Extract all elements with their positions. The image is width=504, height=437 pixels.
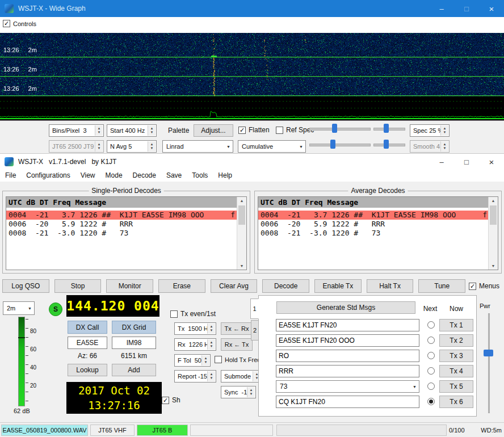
spinner-arrows-icon[interactable] xyxy=(247,387,255,397)
maximize-button[interactable]: □ xyxy=(454,154,479,170)
monitor-button[interactable]: Monitor xyxy=(106,279,153,293)
messages-tab-1[interactable]: 1 xyxy=(250,299,259,319)
spinner-arrows-icon[interactable] xyxy=(95,141,103,152)
minimize-button[interactable]: – xyxy=(429,154,454,170)
f-tol-spinner[interactable]: F Tol 50 xyxy=(174,354,211,367)
sync-spinner[interactable]: Sync -1 xyxy=(221,386,256,398)
sh-checkbox[interactable]: Sh xyxy=(162,396,180,404)
messages-tab-2[interactable]: 2 xyxy=(251,320,259,341)
tune-button[interactable]: Tune xyxy=(418,279,465,293)
bins-per-pixel-spinner[interactable]: Bins/Pixel 3 xyxy=(49,124,104,137)
tx-message-field-3[interactable] xyxy=(276,350,419,362)
tx-from-rx-button[interactable]: Tx ← Rx xyxy=(221,322,253,335)
tx4-select-radio[interactable] xyxy=(427,367,435,375)
dx-grid-field[interactable]: IM98 xyxy=(112,337,156,349)
decode-row[interactable]: 0004 -21 3.7 1226 ## K1JT EA5SE IM98 OOO… xyxy=(258,211,489,220)
stop-button[interactable]: Stop xyxy=(54,279,102,293)
spinner-arrows-icon[interactable] xyxy=(207,323,215,334)
tx5-select-radio[interactable] xyxy=(427,383,435,390)
decode-row[interactable]: 0008 -21 -3.0 1220 # 73 xyxy=(258,229,489,238)
scrollbar[interactable]: ▲ ▼ xyxy=(488,197,498,270)
tx-even-checkbox[interactable]: Tx even/1st xyxy=(170,310,216,318)
n-avg-spinner[interactable]: N Avg 5 xyxy=(107,140,157,153)
start-freq-spinner[interactable]: Start 400 Hz xyxy=(107,124,157,137)
halt-tx-button[interactable]: Halt Tx xyxy=(367,279,414,293)
scroll-up-icon[interactable]: ▲ xyxy=(237,199,246,203)
rx-from-tx-button[interactable]: Rx ← Tx xyxy=(221,338,253,351)
waterfall[interactable] xyxy=(0,33,504,120)
log-qso-button[interactable]: Log QSO xyxy=(2,279,49,293)
spinner-arrows-icon[interactable] xyxy=(440,125,448,136)
jt65-jt9-spinner[interactable]: JT65 2500 JT9 xyxy=(49,140,104,153)
decode-row[interactable]: 0004 -21 3.7 1226 ## K1JT EA5SE IM98 OOO… xyxy=(6,211,237,220)
ref-spec-checkbox[interactable]: Ref Spec xyxy=(276,126,314,134)
tx2-select-radio[interactable] xyxy=(427,337,435,344)
menu-configurations[interactable]: Configurations xyxy=(21,170,75,181)
menu-save[interactable]: Save xyxy=(161,170,187,181)
tx6-select-radio[interactable] xyxy=(427,398,435,405)
menus-checkbox[interactable]: Menus xyxy=(469,282,499,290)
enable-tx-button[interactable]: Enable Tx xyxy=(314,279,362,293)
slider-handle[interactable] xyxy=(484,350,493,356)
slider-handle[interactable] xyxy=(384,140,389,149)
erase-button[interactable]: Erase xyxy=(158,279,205,293)
tx-message-field-5[interactable]: 73▼ xyxy=(276,380,419,393)
report-spinner[interactable]: Report -15 xyxy=(174,370,216,383)
spectrum-zero-slider[interactable] xyxy=(373,139,405,149)
close-icon[interactable]: × xyxy=(479,0,504,17)
slider-handle[interactable] xyxy=(330,140,335,149)
tx6-button[interactable]: Tx 6 xyxy=(439,396,473,408)
spinner-arrows-icon[interactable] xyxy=(207,339,215,350)
tx-message-field-1[interactable] xyxy=(276,319,419,331)
minimize-button[interactable]: – xyxy=(429,0,454,17)
frequency-scale[interactable]: Controls 600 800 1000 1200 1400 1600 180… xyxy=(0,17,504,33)
dx-grid-button[interactable]: DX Grid xyxy=(112,321,156,334)
lookup-button[interactable]: Lookup xyxy=(68,364,107,376)
clear-avg-button[interactable]: Clear Avg xyxy=(211,279,258,293)
add-button[interactable]: Add xyxy=(112,364,156,376)
menu-decode[interactable]: Decode xyxy=(128,170,161,181)
menu-view[interactable]: View xyxy=(75,170,100,181)
spinner-arrows-icon[interactable] xyxy=(148,141,156,152)
smooth-spinner[interactable]: Smooth 4 xyxy=(410,140,450,153)
controls-checkbox[interactable]: Controls xyxy=(3,20,36,27)
menu-help[interactable]: Help xyxy=(213,170,237,181)
decode-row[interactable]: 0008 -21 -3.0 1220 # 73 xyxy=(6,229,237,238)
tx-message-field-2[interactable] xyxy=(276,334,419,347)
waterfall-gain-slider[interactable] xyxy=(309,123,371,133)
decode-row[interactable]: 0006 -20 5.9 1222 # RRR xyxy=(6,220,237,229)
menu-tools[interactable]: Tools xyxy=(187,170,213,181)
scroll-up-icon[interactable]: ▲ xyxy=(489,199,498,203)
scroll-down-icon[interactable]: ▼ xyxy=(489,264,498,268)
scroll-thumb[interactable] xyxy=(238,205,245,225)
tx1-select-radio[interactable] xyxy=(427,321,435,329)
tx1-button[interactable]: Tx 1 xyxy=(439,319,473,331)
scroll-down-icon[interactable]: ▼ xyxy=(237,264,246,268)
menu-mode[interactable]: Mode xyxy=(100,170,128,181)
tx-message-field-4[interactable] xyxy=(276,365,419,377)
pwr-slider[interactable] xyxy=(485,313,493,413)
tx3-button[interactable]: Tx 3 xyxy=(439,350,473,362)
scroll-thumb[interactable] xyxy=(490,205,497,225)
scrollbar[interactable]: ▲ ▼ xyxy=(237,197,246,270)
spec-percent-spinner[interactable]: Spec 25 % xyxy=(410,124,450,137)
spinner-arrows-icon[interactable] xyxy=(440,141,448,152)
dx-call-field[interactable]: EA5SE xyxy=(68,337,107,349)
flatten-checkbox[interactable]: Flatten xyxy=(238,126,270,134)
decode-row[interactable]: 0006 -20 5.9 1222 # RRR xyxy=(258,220,489,229)
palette-combo[interactable]: Linrad▼ xyxy=(162,140,233,153)
maximize-button[interactable]: □ xyxy=(454,0,479,17)
spectrum-mode-combo[interactable]: Cumulative▼ xyxy=(238,140,306,153)
tx5-button[interactable]: Tx 5 xyxy=(439,380,473,393)
spinner-arrows-icon[interactable] xyxy=(201,355,209,365)
tx-message-field-6[interactable] xyxy=(276,396,419,408)
hold-tx-freq-checkbox[interactable]: Hold Tx Freq xyxy=(215,356,261,363)
spinner-arrows-icon[interactable] xyxy=(207,371,215,381)
tx-freq-spinner[interactable]: Tx 1500 Hz xyxy=(174,322,216,335)
submode-spinner[interactable]: Submode B xyxy=(221,370,262,383)
tx2-button[interactable]: Tx 2 xyxy=(439,334,473,347)
spinner-arrows-icon[interactable] xyxy=(95,125,103,136)
spectrum-gain-slider[interactable] xyxy=(309,139,371,149)
slider-handle[interactable] xyxy=(332,124,337,133)
menu-file[interactable]: File xyxy=(0,170,21,181)
